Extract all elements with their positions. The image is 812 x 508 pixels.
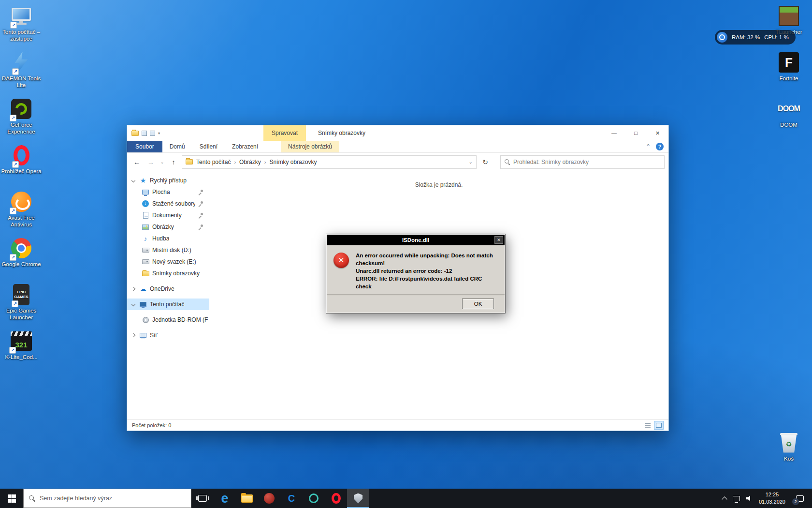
error-icon: ✕ <box>334 253 349 268</box>
address-dropdown-icon[interactable]: ⌄ <box>469 159 473 164</box>
desktop-icon-label: K-Lite_Cod... <box>5 354 37 361</box>
desktop-icon-klite[interactable]: 321 ↗ K-Lite_Cod... <box>0 328 43 374</box>
desktop-icon-avast[interactable]: ↗ Avast Free Antivirus <box>0 189 43 235</box>
epic-games-icon: EPIC GAMES ↗ <box>13 283 29 306</box>
tab-soubor[interactable]: Soubor <box>127 141 162 152</box>
recycle-bin-area: ♻ Koš <box>768 430 810 476</box>
task-view-button[interactable] <box>191 489 214 508</box>
action-center-button[interactable]: 2 <box>792 489 808 508</box>
desktop-icon-label: Prohlížeč Opera <box>1 168 41 175</box>
taskbar-clock[interactable]: 12:25 01.03.2020 <box>759 491 785 506</box>
forward-button[interactable]: → <box>145 158 157 166</box>
contextual-group-spravovat[interactable]: Spravovat <box>263 125 306 141</box>
dialog-titlebar: ISDone.dll ✕ <box>327 235 505 245</box>
taskbar-search-input[interactable]: Sem zadejte hledaný výraz <box>23 489 191 508</box>
qat-new-folder-icon[interactable] <box>150 131 155 136</box>
sidebar-item-rychly-pristup[interactable]: ★ Rychlý přístup <box>127 175 209 186</box>
desktop-icon-doom[interactable]: DOOM DOOM <box>768 96 810 142</box>
qat-properties-icon[interactable] <box>142 131 147 136</box>
red-circle-app-icon <box>264 493 275 504</box>
sidebar-item-dokumenty[interactable]: Dokumenty <box>127 209 209 221</box>
up-button[interactable]: ↑ <box>168 158 179 166</box>
avast-icon: ↗ <box>11 190 31 213</box>
taskbar-icon-game-red[interactable] <box>258 489 280 508</box>
sidebar-item-jednotka-bd-rom[interactable]: Jednotka BD-ROM (F <box>127 314 209 326</box>
breadcrumb-obrazky[interactable]: Obrázky <box>239 159 261 165</box>
taskbar-icon-opera[interactable] <box>325 489 347 508</box>
ribbon-right-controls: ⌃ ? <box>646 141 668 152</box>
refresh-button[interactable]: ↻ <box>479 158 492 166</box>
breadcrumb[interactable]: Tento počítač › Obrázky › Snímky obrazov… <box>182 155 477 169</box>
back-button[interactable]: ← <box>131 158 143 166</box>
item-count-text: Počet položek: 0 <box>132 422 171 428</box>
taskbar-icon-edge[interactable]: e <box>214 489 236 508</box>
task-view-icon <box>198 495 207 502</box>
explorer-titlebar: ▾ Spravovat Snímky obrazovky — □ ✕ <box>127 125 668 141</box>
address-bar-row: ← → ⌄ ↑ Tento počítač › Obrázky › Snímky… <box>127 153 668 171</box>
breadcrumb-separator-icon: › <box>234 159 236 165</box>
speaker-icon[interactable] <box>746 495 753 502</box>
error-message: An error occurred while unpacking: Does … <box>356 252 498 290</box>
sidebar-item-plocha[interactable]: Plocha <box>127 186 209 198</box>
pin-icon <box>198 213 203 218</box>
ribbon-collapse-icon[interactable]: ⌃ <box>646 143 651 150</box>
music-icon: ♪ <box>142 235 149 242</box>
sidebar-item-tento-pocitac[interactable]: Tento počítač <box>127 299 209 310</box>
expand-chevron-icon[interactable] <box>131 178 136 183</box>
desktop-icon-recycle-bin[interactable]: ♻ Koš <box>768 430 810 476</box>
sidebar-item-hudba[interactable]: ♪ Hudba <box>127 233 209 244</box>
fortnite-icon: F <box>779 51 799 74</box>
maximize-button[interactable]: □ <box>625 125 647 141</box>
desktop-icon-daemon-tools[interactable]: ↗ DAEMON Tools Lite <box>0 49 43 96</box>
expand-chevron-icon[interactable] <box>131 286 136 292</box>
expand-chevron-icon[interactable] <box>131 302 136 307</box>
tab-sdileni[interactable]: Sdílení <box>192 141 225 152</box>
desktop-icon-geforce-experience[interactable]: ↗ GeForce Experience <box>0 96 43 142</box>
sidebar-item-onedrive[interactable]: ☁ OneDrive <box>127 283 209 295</box>
expand-chevron-icon[interactable] <box>131 333 136 338</box>
ok-button[interactable]: OK <box>462 299 494 309</box>
tab-domu[interactable]: Domů <box>162 141 192 152</box>
recent-locations-dropdown-icon[interactable]: ⌄ <box>159 160 165 164</box>
desktop-icon-opera[interactable]: ↗ Prohlížeč Opera <box>0 142 43 189</box>
window-title: Snímky obrazovky <box>318 125 365 141</box>
taskbar-icon-ring-app[interactable] <box>303 489 325 508</box>
daemon-tools-icon: ↗ <box>14 51 29 74</box>
breadcrumb-tento-pocitac[interactable]: Tento počítač <box>196 159 231 165</box>
tab-zobrazeni[interactable]: Zobrazení <box>225 141 265 152</box>
sidebar-item-novy-svazek-e[interactable]: Nový svazek (E:) <box>127 256 209 268</box>
desktop-icon-epic-games[interactable]: EPIC GAMES ↗ Epic Games Launcher <box>0 282 43 328</box>
klite-clapperboard-icon: 321 ↗ <box>11 329 32 353</box>
breadcrumb-snimky-obrazovky[interactable]: Snímky obrazovky <box>269 159 317 165</box>
desktop-icons-right-column: TLauncher F Fortnite DOOM DOOM <box>768 3 810 142</box>
tab-nastroje-obrazku[interactable]: Nástroje obrázků <box>281 141 339 152</box>
search-input[interactable]: Prohledat: Snímky obrazovky <box>500 155 665 169</box>
sidebar-item-sit[interactable]: Síť <box>127 329 209 341</box>
status-bar: Počet položek: 0 <box>127 419 668 431</box>
start-button[interactable] <box>0 489 23 508</box>
desktop-icon-tento-pocitac-zastupce[interactable]: ↗ Tento počítač – zástupce <box>0 3 43 49</box>
tray-expand-chevron-icon[interactable] <box>722 496 727 502</box>
taskbar-icon-c-app[interactable]: C <box>280 489 303 508</box>
empty-folder-text: Složka je prázdná. <box>209 181 668 188</box>
desktop-icon-chrome[interactable]: ↗ Google Chrome <box>0 235 43 282</box>
sidebar-item-obrazky[interactable]: Obrázky <box>127 221 209 233</box>
desktop-icon-fortnite[interactable]: F Fortnite <box>768 49 810 96</box>
opera-icon <box>332 493 341 504</box>
taskbar-icon-explorer[interactable] <box>236 489 258 508</box>
sidebar-item-snimky-obrazovky[interactable]: Snímky obrazovky <box>127 268 209 279</box>
qat-customize-dropdown-icon[interactable]: ▾ <box>158 131 160 135</box>
sidebar-item-stazene-soubory[interactable]: ↑ Stažené soubory <box>127 198 209 209</box>
disk-icon <box>142 258 149 266</box>
dialog-close-button[interactable]: ✕ <box>494 236 503 244</box>
close-button[interactable]: ✕ <box>647 125 668 141</box>
taskbar-icon-active-installer[interactable] <box>347 489 369 508</box>
help-icon[interactable]: ? <box>656 143 664 150</box>
minimize-button[interactable]: — <box>603 125 625 141</box>
thumbnails-view-button[interactable] <box>654 421 664 430</box>
desktop-icon-label: Fortnite <box>780 75 798 82</box>
network-icon[interactable] <box>733 496 740 501</box>
details-view-button[interactable] <box>643 421 652 430</box>
performance-overlay-widget[interactable]: RAM: 32 % CPU: 1 % <box>715 30 796 45</box>
sidebar-item-mistni-disk-d[interactable]: Místní disk (D:) <box>127 244 209 256</box>
